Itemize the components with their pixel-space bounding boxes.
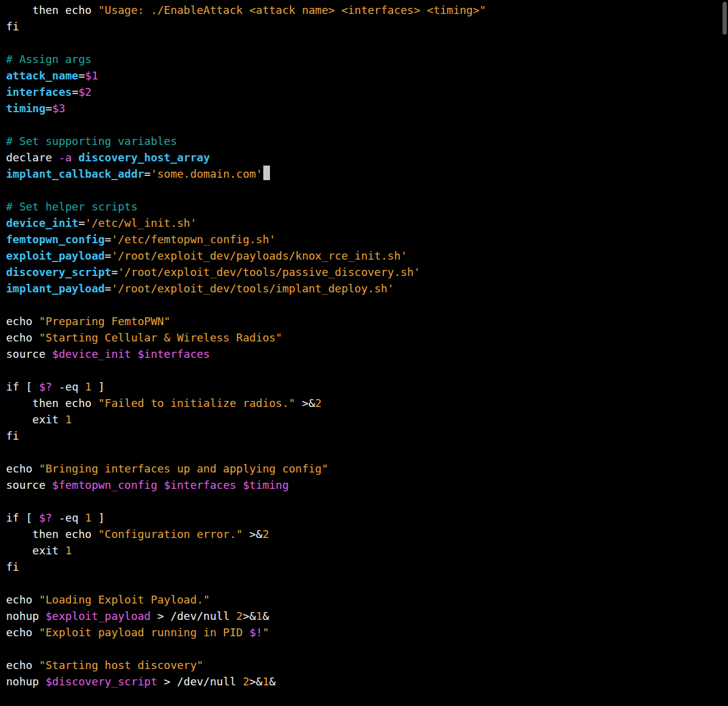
code-segment-plain: source: [6, 479, 52, 491]
code-segment-plain: =: [46, 102, 52, 115]
code-line: femtopwn_config='/etc/femtopwn_config.sh…: [6, 231, 728, 247]
code-segment-plain: then echo: [6, 397, 98, 409]
code-segment-plain: =: [72, 86, 78, 98]
code-segment-string: "Configuration error.": [98, 528, 243, 540]
code-segment-plain: nohup: [6, 675, 46, 688]
code-line: [6, 575, 728, 591]
code-segment-comment: # Set supporting variables: [6, 135, 177, 147]
code-line: if [ $? -eq 1 ]: [6, 378, 728, 395]
code-segment-string: "Starting Cellular & Wireless Radios": [39, 331, 282, 344]
code-segment-plain: =: [144, 167, 151, 180]
code-line: echo "Starting Cellular & Wireless Radio…: [6, 329, 728, 346]
code-segment-plain: fi: [6, 560, 19, 573]
code-segment-plain: echo: [6, 626, 39, 639]
code-segment-plain: > /dev/null: [150, 610, 236, 622]
code-segment-plain: echo: [6, 659, 39, 671]
code-line: echo "Exploit payload running in PID $!": [6, 624, 728, 640]
code-segment-plain: >&: [249, 675, 263, 688]
code-segment-plain: [131, 348, 138, 360]
code-line: [6, 35, 728, 51]
code-line: fi: [6, 18, 728, 35]
code-line: echo "Starting host discovery": [6, 657, 728, 673]
code-line: nohup $exploit_payload > /dev/null 2>&1&: [6, 608, 728, 624]
code-segment-number: 2: [236, 610, 243, 622]
code-segment-string: "Usage: ./EnableAttack <attack name> <in…: [98, 4, 486, 16]
code-line: # Set helper scripts: [6, 198, 728, 215]
code-segment-plain: source: [6, 348, 52, 360]
code-segment-ident: device_init: [6, 217, 78, 229]
code-segment-string: "Preparing FemtoPWN": [39, 315, 170, 328]
text-cursor: [263, 166, 270, 180]
code-segment-var: $interfaces: [164, 479, 236, 491]
code-segment-string: "Bringing interfaces up and applying con…: [39, 462, 328, 475]
code-line: fi: [6, 428, 728, 444]
code-line: echo "Bringing interfaces up and applyin…: [6, 460, 728, 477]
code-segment-plain: then echo: [6, 528, 98, 540]
vim-statusbar: -- INSERT -- 14,40 10%: [0, 688, 728, 705]
code-segment-plain: >&: [243, 610, 256, 622]
code-segment-plain: then echo: [6, 4, 98, 16]
code-segment-var: $femtopwn_config: [52, 479, 157, 491]
code-segment-plain: echo: [6, 331, 39, 344]
code-line: exit 1: [6, 411, 728, 428]
code-segment-plain: echo: [6, 315, 39, 328]
code-segment-var: -a: [59, 151, 72, 164]
code-segment-plain: > /dev/null: [157, 675, 243, 688]
code-segment-plain: ]: [92, 511, 105, 524]
code-segment-string: "Failed to initialize radios.": [98, 397, 295, 409]
code-segment-plain: >&: [243, 528, 263, 540]
code-segment-string: "Starting host discovery": [39, 659, 203, 671]
code-segment-plain: =: [105, 249, 112, 262]
code-line: [6, 640, 728, 657]
code-line: then echo "Configuration error." >&2: [6, 526, 728, 542]
code-segment-number: 1: [263, 675, 269, 688]
code-segment-number: 1: [66, 544, 72, 557]
code-segment-plain: echo: [6, 593, 39, 606]
code-segment-var: $exploit_payload: [46, 610, 150, 622]
code-line: [6, 182, 728, 198]
code-line: then echo "Usage: ./EnableAttack <attack…: [6, 2, 728, 18]
code-segment-ident: timing: [6, 102, 46, 115]
code-segment-ident: implant_callback_addr: [6, 167, 144, 180]
code-segment-plain: [236, 479, 243, 491]
code-line: if [ $? -eq 1 ]: [6, 509, 728, 526]
code-segment-var: $interfaces: [138, 348, 210, 360]
code-line: # Assign args: [6, 51, 728, 67]
code-segment-plain: fi: [6, 20, 19, 33]
code-segment-number: 2: [263, 528, 269, 540]
code-segment-plain: =: [105, 282, 112, 295]
code-segment-var: $timing: [243, 479, 289, 491]
code-line: echo "Preparing FemtoPWN": [6, 313, 728, 329]
code-segment-ident: attack_name: [6, 69, 78, 82]
code-segment-comment: # Set helper scripts: [6, 200, 138, 213]
code-segment-var: $!: [249, 626, 263, 639]
code-line: [6, 116, 728, 133]
code-segment-plain: [157, 479, 164, 491]
code-segment-plain: =: [105, 233, 112, 246]
code-segment-var: $3: [52, 102, 66, 115]
code-segment-ident: implant_payload: [6, 282, 105, 295]
code-line: source $femtopwn_config $interfaces $tim…: [6, 477, 728, 493]
code-segment-string: '/root/exploit_dev/tools/passive_discove…: [118, 266, 420, 278]
code-segment-ident: interfaces: [6, 86, 72, 98]
code-line: declare -a discovery_host_array: [6, 149, 728, 166]
code-area: then echo "Usage: ./EnableAttack <attack…: [6, 2, 728, 690]
code-line: fi: [6, 559, 728, 575]
code-segment-string: '/root/exploit_dev/payloads/knox_rce_ini…: [111, 249, 407, 262]
code-segment-plain: -eq: [52, 380, 85, 393]
code-segment-plain: exit: [6, 413, 66, 426]
terminal-window[interactable]: then echo "Usage: ./EnableAttack <attack…: [0, 0, 728, 706]
code-segment-number: 1: [85, 380, 92, 393]
code-line: # Set supporting variables: [6, 133, 728, 149]
code-segment-plain: ]: [92, 380, 105, 393]
code-line: timing=$3: [6, 100, 728, 116]
code-segment-plain: nohup: [6, 610, 46, 622]
code-line: exit 1: [6, 542, 728, 559]
code-segment-plain: exit: [6, 544, 66, 557]
code-segment-ident: femtopwn_config: [6, 233, 105, 246]
code-line: implant_payload='/root/exploit_dev/tools…: [6, 280, 728, 297]
code-segment-plain: echo: [6, 462, 39, 475]
code-segment-var: $device_init: [52, 348, 131, 360]
scrollbar-thumb[interactable]: [723, 2, 727, 35]
code-segment-plain: &: [269, 675, 276, 688]
